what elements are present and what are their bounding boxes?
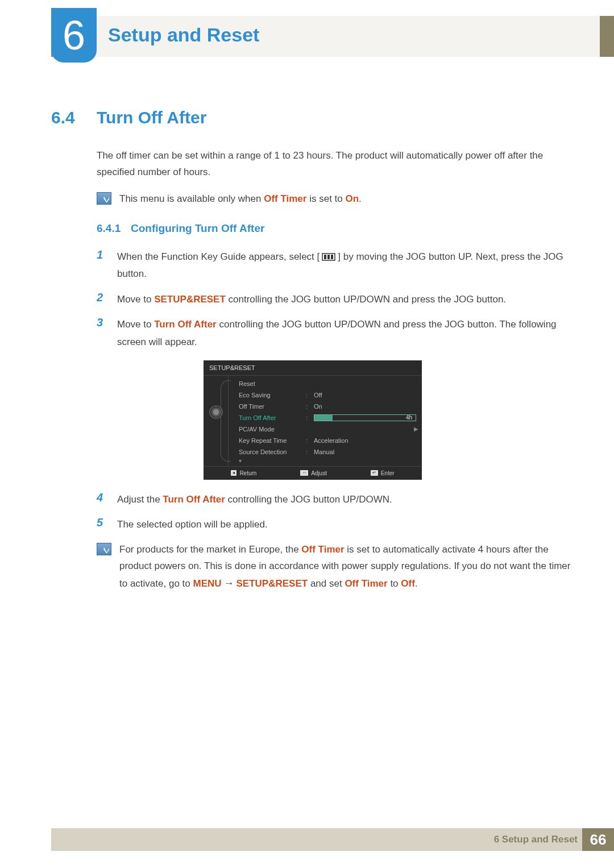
step-4: 4 Adjust the Turn Off After controlling … (97, 491, 574, 509)
subsection-heading: 6.4.1 Configuring Turn Off After (97, 222, 574, 235)
note-1: This menu is available only when Off Tim… (97, 191, 574, 207)
step-3: 3 Move to Turn Off After controlling the… (97, 316, 574, 351)
osd-left-panel (204, 376, 229, 466)
osd-return-hint: ◂Return (231, 470, 256, 476)
svg-rect-1 (324, 255, 326, 259)
page-number: 66 (582, 828, 614, 851)
note-icon (97, 192, 111, 205)
footer-chapter-label: 6 Setup and Reset (494, 834, 578, 845)
osd-adjust-hint: ↔Adjust (300, 470, 327, 476)
adjust-icon: ↔ (300, 470, 308, 476)
osd-slider-fill (314, 415, 333, 421)
step-5: 5 The selected option will be applied. (97, 516, 574, 534)
return-icon: ◂ (231, 470, 237, 476)
osd-slider-value: 4h (406, 414, 412, 421)
osd-item-key-repeat: Key Repeat Time : Acceleration (229, 435, 422, 446)
subsection-title: Configuring Turn Off After (131, 222, 264, 235)
gear-icon (210, 406, 222, 418)
subsection-number: 6.4.1 (97, 222, 131, 235)
note-2: For products for the market in Europe, t… (97, 542, 574, 592)
osd-slider: 4h (314, 414, 416, 421)
caret-right-icon: ▶ (414, 426, 418, 432)
step-1: 1 When the Function Key Guide appears, s… (97, 248, 574, 283)
step-number: 4 (97, 491, 117, 509)
page-footer: 6 Setup and Reset 66 (51, 828, 614, 851)
step-number: 3 (97, 316, 117, 351)
osd-title: SETUP&RESET (204, 360, 422, 376)
osd-item-reset: Reset (229, 378, 422, 389)
page-content: 6.4 Turn Off After The off timer can be … (51, 108, 574, 607)
osd-item-off-timer: Off Timer : On (229, 401, 422, 412)
step-3-text: Move to Turn Off After controlling the J… (117, 316, 574, 351)
note-icon (97, 543, 111, 555)
osd-menu-list: Reset Eco Saving : Off Off Timer : On Tu… (229, 376, 422, 466)
chevron-down-icon: ▾ (229, 458, 422, 464)
step-2-text: Move to SETUP&RESET controlling the JOG … (117, 291, 506, 309)
chapter-title: Setup and Reset (108, 24, 259, 46)
step-number: 5 (97, 516, 117, 534)
osd-item-source-detection: Source Detection : Manual (229, 446, 422, 458)
osd-item-eco-saving: Eco Saving : Off (229, 389, 422, 401)
step-number: 1 (97, 248, 117, 283)
step-number: 2 (97, 291, 117, 309)
enter-icon: ↵ (371, 470, 378, 476)
osd-enter-hint: ↵Enter (371, 470, 395, 476)
svg-rect-3 (331, 255, 333, 259)
step-2: 2 Move to SETUP&RESET controlling the JO… (97, 291, 574, 309)
intro-paragraph: The off timer can be set within a range … (97, 148, 574, 181)
chapter-number: 6 (63, 15, 85, 56)
svg-rect-2 (327, 255, 330, 259)
section-number: 6.4 (51, 108, 97, 127)
osd-body: Reset Eco Saving : Off Off Timer : On Tu… (204, 376, 422, 466)
chapter-number-badge: 6 (51, 8, 97, 63)
osd-footer: ◂Return ↔Adjust ↵Enter (204, 466, 422, 480)
section-title: Turn Off After (97, 108, 206, 127)
menu-grid-icon (322, 253, 335, 261)
osd-screenshot: SETUP&RESET Reset Eco Saving : Off Off T… (204, 360, 422, 480)
osd-item-pcav-mode: PC/AV Mode ▶ (229, 423, 422, 435)
step-5-text: The selected option will be applied. (117, 516, 268, 534)
section-heading: 6.4 Turn Off After (51, 108, 574, 127)
osd-item-turn-off-after: Turn Off After : 4h (229, 412, 422, 423)
note-1-text: This menu is available only when Off Tim… (119, 191, 362, 207)
step-1-text: When the Function Key Guide appears, sel… (117, 248, 574, 283)
note-2-text: For products for the market in Europe, t… (119, 542, 574, 592)
step-4-text: Adjust the Turn Off After controlling th… (117, 491, 392, 509)
arrow-right-icon: → (224, 578, 234, 589)
